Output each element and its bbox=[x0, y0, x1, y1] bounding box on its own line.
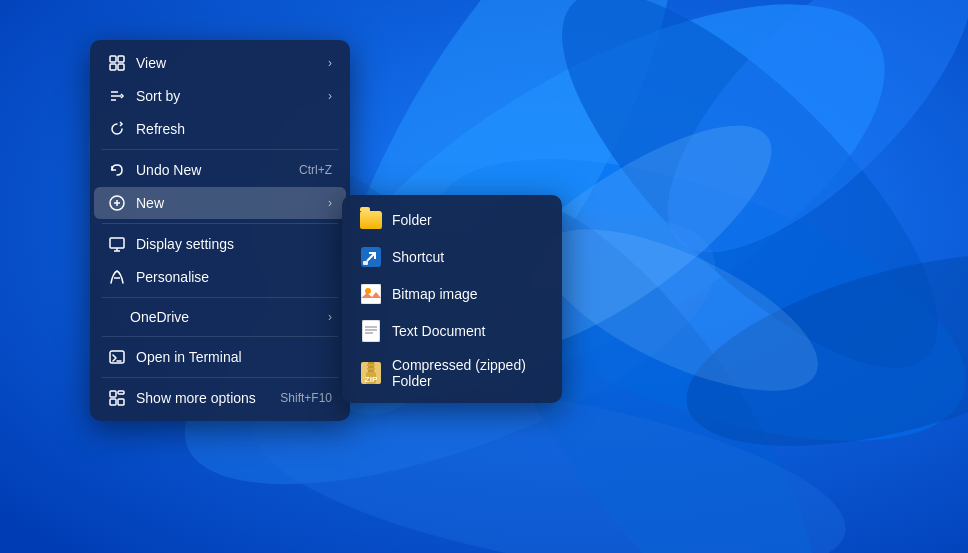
svg-point-36 bbox=[365, 288, 371, 294]
menu-item-more-label: Show more options bbox=[136, 390, 270, 406]
onedrive-arrow: › bbox=[328, 310, 332, 324]
menu-item-onedrive[interactable]: OneDrive › bbox=[94, 302, 346, 332]
svg-rect-43 bbox=[368, 366, 374, 368]
separator-4 bbox=[102, 336, 338, 337]
more-shortcut: Shift+F10 bbox=[280, 391, 332, 405]
submenu-textdoc-label: Text Document bbox=[392, 323, 485, 339]
submenu-item-bitmap[interactable]: Bitmap image bbox=[346, 276, 558, 312]
menu-item-view-label: View bbox=[136, 55, 318, 71]
new-arrow: › bbox=[328, 196, 332, 210]
new-icon bbox=[108, 194, 126, 212]
menu-item-new[interactable]: New › bbox=[94, 187, 346, 219]
folder-icon bbox=[360, 209, 382, 231]
undo-icon bbox=[108, 161, 126, 179]
more-icon bbox=[108, 389, 126, 407]
menu-item-view[interactable]: View › bbox=[94, 47, 346, 79]
context-menu: View › Sort by › bbox=[90, 40, 350, 421]
textdoc-icon bbox=[360, 320, 382, 342]
menu-item-refresh-label: Refresh bbox=[136, 121, 332, 137]
menu-item-more-options[interactable]: Show more options Shift+F10 bbox=[94, 382, 346, 414]
personalise-icon bbox=[108, 268, 126, 286]
context-menu-wrapper: View › Sort by › bbox=[90, 40, 350, 421]
menu-item-onedrive-label: OneDrive bbox=[130, 309, 318, 325]
submenu-bitmap-label: Bitmap image bbox=[392, 286, 478, 302]
new-submenu: Folder Shortcut bbox=[342, 195, 562, 403]
sort-icon bbox=[108, 87, 126, 105]
submenu-shortcut-label: Shortcut bbox=[392, 249, 444, 265]
submenu-item-zip[interactable]: ZIP Compressed (zipped) Folder bbox=[346, 350, 558, 396]
terminal-icon bbox=[108, 348, 126, 366]
svg-rect-35 bbox=[361, 284, 381, 304]
menu-item-undo-label: Undo New bbox=[136, 162, 289, 178]
zip-icon: ZIP bbox=[360, 362, 382, 384]
menu-item-display[interactable]: Display settings bbox=[94, 228, 346, 260]
submenu-zip-label: Compressed (zipped) Folder bbox=[392, 357, 544, 389]
svg-rect-45 bbox=[367, 364, 375, 366]
separator-3 bbox=[102, 297, 338, 298]
svg-rect-29 bbox=[110, 391, 116, 397]
bitmap-icon bbox=[360, 283, 382, 305]
submenu-item-shortcut[interactable]: Shortcut bbox=[346, 239, 558, 275]
display-icon bbox=[108, 235, 126, 253]
menu-item-new-label: New bbox=[136, 195, 318, 211]
separator-2 bbox=[102, 223, 338, 224]
svg-rect-31 bbox=[110, 399, 116, 405]
svg-rect-46 bbox=[367, 368, 375, 370]
svg-rect-16 bbox=[118, 64, 124, 70]
separator-5 bbox=[102, 377, 338, 378]
svg-text:ZIP: ZIP bbox=[365, 375, 378, 384]
menu-item-refresh[interactable]: Refresh bbox=[94, 113, 346, 145]
menu-item-sort[interactable]: Sort by › bbox=[94, 80, 346, 112]
sort-arrow: › bbox=[328, 89, 332, 103]
submenu-folder-label: Folder bbox=[392, 212, 432, 228]
svg-rect-34 bbox=[363, 261, 368, 265]
undo-shortcut: Ctrl+Z bbox=[299, 163, 332, 177]
svg-rect-15 bbox=[110, 64, 116, 70]
menu-item-personalise[interactable]: Personalise bbox=[94, 261, 346, 293]
svg-rect-30 bbox=[118, 391, 124, 394]
svg-rect-14 bbox=[118, 56, 124, 62]
menu-item-display-label: Display settings bbox=[136, 236, 332, 252]
refresh-icon bbox=[108, 120, 126, 138]
svg-rect-44 bbox=[368, 370, 374, 372]
menu-item-personalise-label: Personalise bbox=[136, 269, 332, 285]
svg-rect-32 bbox=[118, 399, 124, 405]
menu-item-terminal-label: Open in Terminal bbox=[136, 349, 332, 365]
submenu-item-folder[interactable]: Folder bbox=[346, 202, 558, 238]
view-arrow: › bbox=[328, 56, 332, 70]
view-icon bbox=[108, 54, 126, 72]
svg-rect-37 bbox=[362, 320, 380, 342]
menu-item-sort-label: Sort by bbox=[136, 88, 318, 104]
svg-rect-23 bbox=[110, 238, 124, 248]
svg-rect-42 bbox=[368, 362, 374, 364]
menu-item-terminal[interactable]: Open in Terminal bbox=[94, 341, 346, 373]
shortcut-icon bbox=[360, 246, 382, 268]
svg-rect-13 bbox=[110, 56, 116, 62]
separator-1 bbox=[102, 149, 338, 150]
menu-item-undo[interactable]: Undo New Ctrl+Z bbox=[94, 154, 346, 186]
submenu-item-textdoc[interactable]: Text Document bbox=[346, 313, 558, 349]
